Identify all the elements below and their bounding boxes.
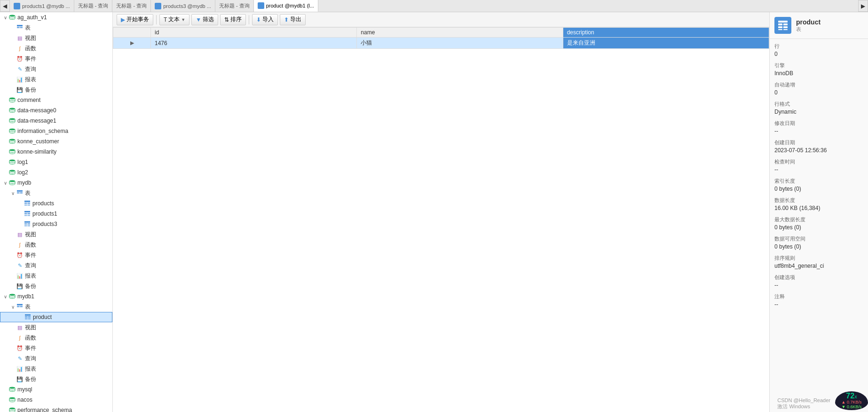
expand-btn-27[interactable]: ∨ [2, 294, 8, 299]
sidebar-label-9: data-message0 [17, 107, 56, 114]
col-header-name[interactable]: name [357, 28, 563, 38]
sidebar-item-34[interactable]: 📊报表 [0, 364, 112, 374]
icon-func-group-3: ∫ [16, 45, 24, 52]
sidebar-item-31[interactable]: ∫函数 [0, 333, 112, 343]
sidebar-item-37[interactable]: nacos [0, 395, 112, 405]
sidebar-item-19[interactable]: products1 [0, 209, 112, 219]
icon-event-group-32: ⏰ [16, 345, 24, 351]
sidebar-item-15[interactable]: log2 [0, 167, 112, 178]
sidebar-item-14[interactable]: log1 [0, 157, 112, 167]
svg-rect-37 [28, 316, 31, 318]
icon-report-group-6: 📊 [16, 76, 24, 83]
sidebar-item-21[interactable]: ▤视图 [0, 229, 112, 240]
svg-point-41 [9, 397, 15, 399]
icon-db-8 [8, 97, 16, 103]
cell-id-0[interactable]: 1476 [151, 38, 357, 49]
tab-label-tab1: products1 @mydb ... [22, 3, 70, 9]
tab-next-btn[interactable]: ▶ [858, 0, 868, 12]
sidebar-item-32[interactable]: ⏰事件 [0, 343, 112, 353]
expand-btn-0[interactable]: ∨ [2, 15, 8, 20]
sidebar-item-25[interactable]: 📊报表 [0, 271, 112, 281]
icon-query-group-24: ✎ [16, 262, 24, 269]
icon-db-11 [8, 128, 16, 134]
tab-bar: ◀ products1 @mydb ...无标题 - 查询无标题 - 查询pro… [0, 0, 868, 12]
speed-unit: x [854, 394, 857, 399]
sidebar-item-27[interactable]: ∨mydb1 [0, 291, 112, 302]
sidebar-item-36[interactable]: mysql [0, 384, 112, 395]
sidebar-item-6[interactable]: 📊报表 [0, 74, 112, 85]
sidebar-label-1: 表 [25, 24, 31, 32]
sidebar-label-23: 事件 [25, 251, 36, 259]
svg-rect-50 [783, 23, 788, 25]
info-value-4: -- [774, 128, 863, 134]
tab-icon-tab6 [258, 2, 264, 9]
sidebar-item-11[interactable]: information_schema [0, 126, 112, 136]
sort-btn[interactable]: ⇅ 排序 [220, 14, 246, 25]
sidebar-item-9[interactable]: data-message0 [0, 105, 112, 116]
sidebar-label-34: 报表 [25, 365, 36, 373]
table-row[interactable]: ▶1476小猫是来自亚洲 [113, 38, 769, 49]
sidebar-label-24: 查询 [25, 262, 36, 270]
info-row-5: 创建日期2023-07-05 12:56:36 [774, 139, 863, 154]
sidebar-item-20[interactable]: products3 [0, 219, 112, 229]
text-btn[interactable]: T 文本 ▼ [159, 14, 189, 25]
sidebar-item-17[interactable]: ∨表 [0, 188, 112, 198]
tab-prev-btn[interactable]: ◀ [0, 0, 10, 12]
sidebar-item-4[interactable]: ⏰事件 [0, 54, 112, 64]
sidebar-item-7[interactable]: 💾备份 [0, 85, 112, 95]
sidebar-item-22[interactable]: ∫函数 [0, 240, 112, 250]
tab-tab4[interactable]: products3 @mydb ... [151, 0, 215, 12]
sidebar-label-14: log1 [17, 159, 28, 165]
sidebar-item-38[interactable]: performance_schema [0, 405, 112, 412]
icon-view-group-2: ▤ [16, 35, 24, 41]
svg-rect-17 [24, 202, 27, 204]
tab-tab6[interactable]: product @mydb1 (l... [254, 0, 318, 12]
import-icon: ⬇ [256, 16, 261, 23]
expand-btn-17[interactable]: ∨ [9, 191, 16, 196]
filter-btn[interactable]: ▼ 筛选 [191, 14, 218, 25]
sidebar-item-0[interactable]: ∨ag_auth_v1 [0, 12, 112, 23]
info-value-6: -- [774, 166, 863, 173]
info-row-3: 行格式Dynamic [774, 101, 863, 115]
sidebar-item-16[interactable]: ∨mydb [0, 178, 112, 188]
sidebar-item-1[interactable]: 表 [0, 23, 112, 33]
sidebar-item-23[interactable]: ⏰事件 [0, 250, 112, 260]
tab-tab2[interactable]: 无标题 - 查询 [74, 0, 113, 12]
sidebar-item-28[interactable]: ∨表 [0, 302, 112, 312]
begin-transaction-btn[interactable]: ▶ 开始事务 [117, 14, 153, 25]
col-header-id[interactable]: id [151, 28, 357, 38]
sidebar-item-12[interactable]: konne_customer [0, 136, 112, 147]
tab-label-tab4: products3 @mydb ... [163, 3, 211, 9]
sidebar-item-26[interactable]: 💾备份 [0, 281, 112, 291]
tab-tab3[interactable]: 无标题 - 查询 [112, 0, 151, 12]
sidebar-item-33[interactable]: ✎查询 [0, 353, 112, 364]
sidebar-item-3[interactable]: ∫函数 [0, 43, 112, 54]
sidebar-item-35[interactable]: 💾备份 [0, 374, 112, 384]
sidebar-item-13[interactable]: konne-similarity [0, 147, 112, 157]
speed-up: 0.7KB/s [847, 400, 862, 404]
import-btn[interactable]: ⬇ 导入 [252, 14, 278, 25]
sidebar-item-2[interactable]: ▤视图 [0, 33, 112, 43]
sidebar-item-29[interactable]: product [0, 312, 112, 322]
tab-tab1[interactable]: products1 @mydb ... [10, 0, 74, 12]
sidebar-item-24[interactable]: ✎查询 [0, 260, 112, 271]
sidebar-item-5[interactable]: ✎查询 [0, 64, 112, 74]
export-btn[interactable]: ⬆ 导出 [280, 14, 306, 25]
sidebar-label-10: data-message1 [17, 117, 56, 124]
expand-btn-28[interactable]: ∨ [9, 304, 16, 310]
icon-db-10 [8, 117, 16, 124]
sidebar-item-30[interactable]: ▤视图 [0, 322, 112, 333]
icon-db-14 [8, 159, 16, 165]
sidebar-item-8[interactable]: comment [0, 95, 112, 105]
sidebar-item-10[interactable]: data-message1 [0, 116, 112, 126]
tab-tab5[interactable]: 无标题 - 查询 [215, 0, 254, 12]
info-label-2: 自动递增 [774, 81, 863, 88]
svg-rect-30 [28, 225, 31, 226]
sidebar-label-0: ag_auth_v1 [17, 14, 47, 21]
cell-name-0[interactable]: 小猫 [357, 38, 563, 49]
sidebar-item-18[interactable]: products [0, 198, 112, 209]
col-header-description[interactable]: description [563, 28, 769, 38]
cell-description-0[interactable]: 是来自亚洲 [563, 38, 769, 49]
icon-db-38 [8, 407, 16, 412]
expand-btn-16[interactable]: ∨ [2, 180, 8, 186]
